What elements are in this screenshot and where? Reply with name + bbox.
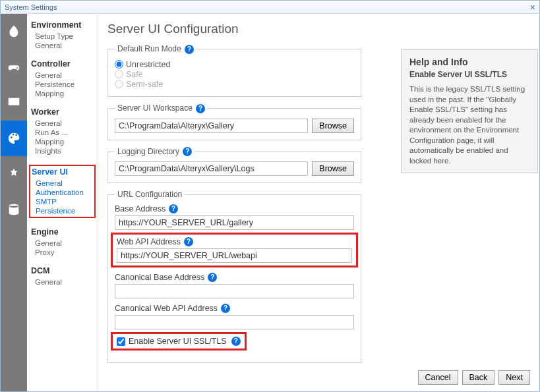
monitor-icon — [7, 96, 21, 110]
help-icon[interactable]: ? — [183, 147, 192, 156]
base-address-label: Base Address ? — [115, 204, 354, 213]
palette-icon — [7, 131, 21, 146]
nav-title[interactable]: Controller — [31, 59, 94, 69]
help-icon[interactable]: ? — [208, 273, 217, 282]
logdir-input[interactable] — [115, 161, 308, 176]
runmode-group: Default Run Mode ? UnrestrictedSafeSemi-… — [107, 44, 361, 97]
runmode-legend: Default Run Mode ? — [115, 44, 196, 54]
canonical-base-input[interactable] — [115, 284, 354, 298]
nav-sub[interactable]: General — [32, 179, 93, 188]
leaf-icon — [7, 24, 21, 39]
nav-sub[interactable]: Mapping — [31, 89, 94, 98]
runmode-radio — [115, 70, 123, 78]
window: System Settings × EnvironmentSetup T — [0, 0, 540, 392]
window-title: System Settings — [5, 3, 57, 11]
help-icon[interactable]: ? — [221, 304, 230, 313]
base-address-input[interactable] — [115, 215, 354, 230]
nav-sub[interactable]: Persistence — [31, 80, 94, 89]
nav-sub[interactable]: Run As ... — [31, 128, 94, 137]
nav-section: Server UIGeneralAuthenticationSMTPPersis… — [29, 165, 96, 218]
runmode-radio[interactable] — [115, 60, 123, 69]
database-icon — [7, 202, 21, 217]
help-icon[interactable]: ? — [184, 237, 193, 246]
webapi-highlight: Web API Address ? — [111, 233, 358, 267]
iconbar-worker[interactable] — [1, 85, 27, 121]
workspace-group: Server UI Workspace ? Browse — [107, 103, 361, 140]
back-button[interactable]: Back — [462, 370, 495, 385]
workspace-input[interactable] — [115, 119, 308, 133]
nav-sub[interactable]: Mapping — [31, 137, 94, 146]
nav-title[interactable]: DCM — [31, 266, 94, 275]
main-panel: Server UI Configuration Default Run Mode… — [98, 14, 539, 391]
next-button[interactable]: Next — [498, 370, 530, 385]
iconbar-dcm[interactable] — [1, 192, 27, 227]
ssl-checkbox[interactable] — [117, 337, 125, 346]
iconbar-environment[interactable] — [1, 14, 27, 49]
nav-sub[interactable]: Persistence — [32, 206, 93, 215]
nav-section: ControllerGeneralPersistenceMapping — [31, 59, 94, 98]
iconbar-engine[interactable] — [1, 156, 27, 192]
nav-sub[interactable]: General — [31, 277, 94, 287]
footer-buttons: Cancel Back Next — [418, 370, 530, 385]
page-title: Server UI Configuration — [107, 22, 530, 36]
canonical-webapi-input[interactable] — [115, 315, 354, 329]
browse-button[interactable]: Browse — [312, 161, 354, 176]
nav-title[interactable]: Server UI — [32, 167, 93, 177]
controller-icon — [7, 60, 21, 74]
help-icon[interactable]: ? — [231, 337, 241, 346]
url-config-legend: URL Configuration — [115, 190, 185, 199]
help-title: Help and Info — [409, 57, 529, 67]
ssl-highlight: Enable Server UI SSL/TLS ? — [111, 332, 247, 350]
ssl-checkbox-row[interactable]: Enable Server UI SSL/TLS ? — [117, 337, 241, 346]
nav-section: DCMGeneral — [31, 266, 94, 287]
ssl-label: Enable Server UI SSL/TLS — [129, 337, 227, 346]
nav-sub[interactable]: Proxy — [31, 248, 94, 257]
nav-sub[interactable]: General — [31, 238, 94, 248]
cancel-button[interactable]: Cancel — [418, 370, 458, 385]
runmode-label: Safe — [126, 70, 143, 79]
runmode-option[interactable]: Safe — [115, 70, 354, 79]
help-icon[interactable]: ? — [185, 45, 194, 54]
runmode-radio — [115, 80, 123, 88]
close-icon[interactable]: × — [530, 2, 535, 13]
webapi-label: Web API Address ? — [117, 237, 352, 246]
help-panel: Help and Info Enable Server UI SSL/TLS T… — [401, 49, 538, 173]
iconbar-controller[interactable] — [1, 49, 27, 85]
canonical-webapi-label: Canonical Web API Address ? — [115, 304, 354, 313]
help-body: This is the legacy SSL/TLS setting used … — [409, 84, 529, 166]
help-icon[interactable]: ? — [196, 104, 205, 113]
body: EnvironmentSetup TypeGeneralControllerGe… — [1, 14, 539, 391]
logdir-legend: Logging Directory ? — [115, 147, 195, 157]
nav-sub[interactable]: General — [31, 70, 94, 80]
runmode-option[interactable]: Semi-safe — [115, 80, 354, 89]
nav-section: EngineGeneralProxy — [31, 227, 94, 257]
titlebar: System Settings × — [1, 1, 539, 14]
nav-section: WorkerGeneralRun As ...MappingInsights — [31, 107, 94, 155]
nav-panel: EnvironmentSetup TypeGeneralControllerGe… — [27, 14, 98, 391]
iconbar — [1, 14, 27, 391]
nav-title[interactable]: Engine — [31, 227, 94, 237]
nav-sub[interactable]: General — [31, 119, 94, 128]
workspace-legend: Server UI Workspace ? — [115, 103, 208, 113]
browse-button[interactable]: Browse — [312, 119, 354, 133]
webapi-input[interactable] — [117, 248, 352, 263]
nav-sub[interactable]: General — [31, 41, 94, 50]
nav-title[interactable]: Worker — [31, 107, 94, 117]
nav-section: EnvironmentSetup TypeGeneral — [31, 20, 94, 50]
nav-sub[interactable]: Insights — [31, 146, 94, 155]
help-subtitle: Enable Server UI SSL/TLS — [409, 70, 529, 79]
canonical-base-label: Canonical Base Address ? — [115, 273, 354, 282]
help-icon[interactable]: ? — [169, 204, 178, 213]
logdir-group: Logging Directory ? Browse — [107, 147, 361, 184]
runmode-option[interactable]: Unrestricted — [115, 60, 354, 69]
runmode-label: Semi-safe — [126, 80, 163, 89]
nav-sub[interactable]: Setup Type — [31, 32, 94, 41]
nav-sub[interactable]: SMTP — [32, 197, 93, 206]
iconbar-serverui[interactable] — [1, 121, 27, 156]
url-config-group: URL Configuration Base Address ? Web API… — [107, 190, 361, 363]
runmode-label: Unrestricted — [126, 60, 170, 69]
nav-sub[interactable]: Authentication — [32, 188, 93, 197]
engine-icon — [7, 167, 21, 181]
nav-title[interactable]: Environment — [31, 20, 94, 30]
